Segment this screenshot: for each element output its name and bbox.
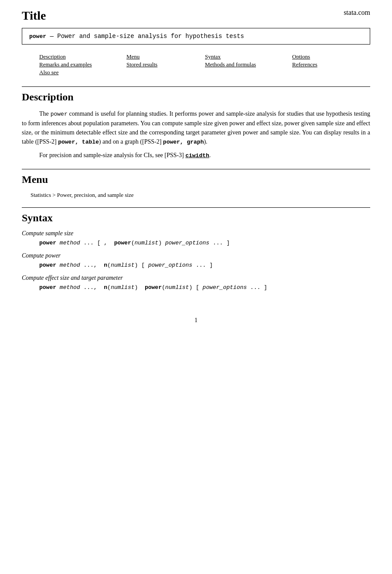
syntax-label-2: Compute power (22, 252, 370, 259)
nav-table: Description Menu Syntax Options Remarks … (39, 53, 370, 76)
syntax-code-3: power method ..., n(numlist) power(numli… (39, 284, 370, 291)
syntax-divider (22, 207, 370, 208)
command-name: power (29, 33, 46, 40)
description-heading: Description (22, 91, 370, 103)
title-dash: — (50, 33, 53, 40)
menu-heading: Menu (22, 174, 370, 186)
page-title: Title (22, 9, 46, 23)
power-cmd-inline: power (51, 111, 68, 117)
description-section: Description The power command is useful … (22, 86, 370, 160)
syntax-code-2: power method ..., n(numlist) [ power_opt… (39, 262, 370, 268)
nav-methods[interactable]: Methods and formulas (205, 61, 292, 68)
nav-references[interactable]: References (292, 61, 362, 68)
page-header: Title stata.com (22, 9, 370, 23)
nav-description[interactable]: Description (39, 53, 126, 60)
syntax-block-1: Compute sample size power method ... [ ,… (22, 230, 370, 246)
menu-divider (22, 169, 370, 169)
nav-menu[interactable]: Menu (126, 53, 205, 60)
syntax-code-1: power method ... [ , power(numlist) powe… (39, 240, 370, 246)
description-divider (22, 86, 370, 87)
title-box-text: power — Power and sample-size analysis f… (29, 33, 244, 40)
nav-also-see[interactable]: Also see (39, 69, 126, 76)
syntax-heading: Syntax (22, 212, 370, 224)
menu-path: Statistics > Power, precision, and sampl… (31, 192, 370, 199)
nav-remarks[interactable]: Remarks and examples (39, 61, 126, 68)
nav-options[interactable]: Options (292, 53, 362, 60)
ciwidth-ref: ciwidth (185, 152, 209, 159)
syntax-label-1: Compute sample size (22, 230, 370, 237)
syntax-section: Syntax Compute sample size power method … (22, 207, 370, 291)
syntax-block-2: Compute power power method ..., n(numlis… (22, 252, 370, 268)
stata-logo: stata.com (344, 9, 370, 17)
description-paragraph1: The power command is useful for planning… (22, 109, 370, 146)
syntax-label-3: Compute effect size and target parameter (22, 275, 370, 282)
title-box: power — Power and sample-size analysis f… (22, 28, 370, 45)
menu-section: Menu Statistics > Power, precision, and … (22, 169, 370, 199)
nav-stored-results[interactable]: Stored results (126, 61, 205, 68)
title-description: Power and sample-size analysis for hypot… (57, 33, 244, 40)
power-graph-ref: power, graph (163, 139, 204, 145)
syntax-block-3: Compute effect size and target parameter… (22, 275, 370, 291)
description-paragraph2: For precision and sample-size analysis f… (22, 151, 370, 160)
page-footer: 1 (22, 317, 370, 324)
power-table-ref: power, table (58, 139, 99, 145)
page-number: 1 (194, 317, 198, 323)
nav-syntax[interactable]: Syntax (205, 53, 292, 60)
